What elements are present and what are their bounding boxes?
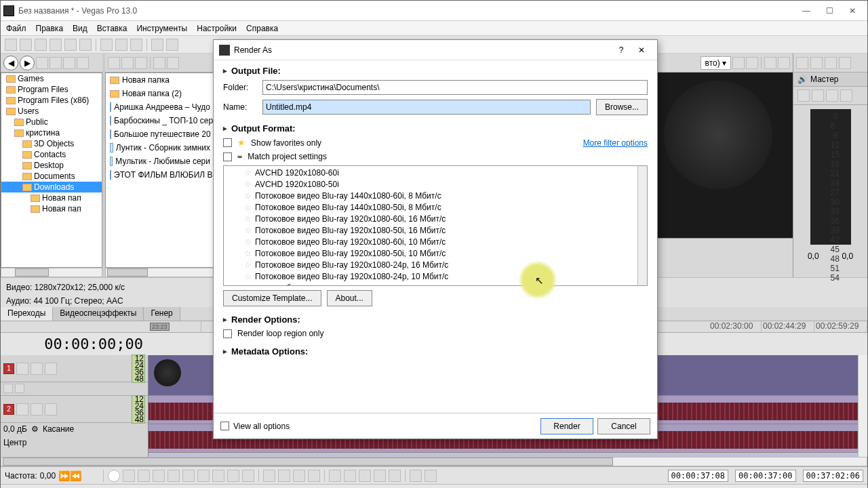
tree-item[interactable]: Documents (1, 171, 102, 182)
master-tool4-icon[interactable] (839, 57, 851, 69)
file-item[interactable]: ЭТОТ ФИЛЬМ ВЛЮБИЛ В (106, 168, 214, 182)
views-icon[interactable] (153, 57, 165, 69)
star-icon[interactable]: ☆ (244, 168, 252, 178)
menu-help[interactable]: Справка (246, 24, 278, 33)
minimize-button[interactable]: — (800, 4, 813, 18)
forward-button[interactable]: ▶ (20, 56, 35, 70)
star-icon[interactable]: ☆ (244, 180, 252, 190)
preview-quality[interactable]: вто) ▾ (701, 56, 731, 70)
file-item[interactable]: Барбоскины _ ТОП-10 сер (106, 114, 214, 127)
star-icon[interactable]: ☆ (244, 191, 252, 201)
record-button[interactable] (108, 470, 120, 482)
maximize-button[interactable]: ☐ (823, 4, 836, 18)
timecode-len[interactable]: 00:37:02:06 (803, 470, 863, 482)
master-tool3-icon[interactable] (825, 57, 837, 69)
project-timecode[interactable]: 00:00:00;00 (1, 333, 149, 355)
menu-view[interactable]: Вид (73, 24, 87, 33)
redo-icon[interactable] (166, 39, 178, 51)
section-metadata[interactable]: Metadata Options: (223, 346, 648, 357)
star-icon[interactable]: ☆ (244, 226, 252, 236)
help-button[interactable]: ? (611, 45, 631, 55)
gear-icon[interactable]: ⚙ (31, 424, 39, 435)
next-frame-button[interactable] (242, 470, 254, 482)
save-frame-icon[interactable] (778, 57, 790, 69)
snap-icon[interactable] (329, 470, 341, 482)
view-all-checkbox[interactable] (220, 422, 229, 430)
tool-normal-icon[interactable] (263, 470, 275, 482)
name-input[interactable] (262, 100, 591, 115)
about-template-button[interactable]: About... (327, 290, 372, 306)
section-output-format[interactable]: Output Format: (223, 123, 648, 134)
newfolder-icon[interactable] (77, 57, 89, 69)
tab-videofx[interactable]: Видеоспецэффекты (53, 307, 144, 321)
play-icon[interactable] (108, 57, 120, 69)
tree-item[interactable]: Program Files (1, 84, 102, 95)
track-motion-icon[interactable] (3, 384, 13, 393)
info-icon[interactable] (167, 57, 179, 69)
close-button[interactable]: ✕ (846, 4, 859, 18)
track-number[interactable]: 2 (3, 404, 14, 415)
stop-icon[interactable] (121, 57, 134, 69)
tab-generators[interactable]: Генер (144, 307, 180, 321)
tree-item[interactable]: Downloads (1, 182, 102, 192)
file-item[interactable]: Новая папка (2) (106, 87, 214, 100)
section-output-file[interactable]: Output File: (223, 66, 648, 76)
star-icon[interactable]: ☆ (244, 260, 252, 270)
section-render-options[interactable]: Render Options: (223, 314, 648, 325)
file-item[interactable]: Новая папка (106, 73, 214, 87)
match-project-checkbox[interactable] (223, 152, 232, 161)
properties-icon[interactable] (64, 39, 77, 51)
more-filter-link[interactable]: More filter options (583, 138, 648, 148)
timeline-vscroll[interactable] (858, 355, 867, 457)
tree-hscroll[interactable] (1, 268, 102, 277)
tree-item[interactable]: Games (1, 73, 102, 84)
render-loop-checkbox[interactable] (223, 329, 232, 338)
master-fx-icon[interactable] (797, 89, 810, 102)
template-list[interactable]: ☆AVCHD 1920x1080-60i☆AVCHD 1920x1080-50i… (223, 165, 648, 286)
star-icon[interactable]: ☆ (244, 203, 252, 213)
master-solo-icon[interactable] (826, 89, 838, 102)
autosnap-icon[interactable] (374, 470, 386, 482)
master-mute-icon[interactable] (812, 89, 824, 102)
track-solo-icon[interactable] (45, 363, 57, 375)
tool-select-icon[interactable] (293, 470, 305, 482)
file-item[interactable]: Аришка Андреева – Чудо (106, 100, 214, 114)
pause-button[interactable] (167, 470, 180, 482)
menu-tools[interactable]: Инструменты (136, 24, 187, 33)
dialog-titlebar[interactable]: Render As ? ✕ (214, 40, 657, 60)
undo-icon[interactable] (151, 39, 163, 51)
star-icon[interactable]: ☆ (244, 249, 252, 259)
timeline-hscroll[interactable] (1, 457, 867, 466)
file-item[interactable]: Большое путешествие 20 (106, 127, 214, 141)
tab-transitions[interactable]: Переходы (1, 307, 53, 321)
star-icon[interactable]: ☆ (244, 237, 252, 247)
cut-icon[interactable] (100, 39, 113, 51)
track-pan[interactable]: Центр (3, 438, 26, 447)
file-item[interactable]: Лунтик - Сборник зимних (106, 141, 214, 155)
copy-frame-icon[interactable] (764, 57, 776, 69)
folder-combo[interactable] (262, 80, 648, 95)
template-item[interactable]: ☆AVCHD 1920x1080-60i (224, 167, 637, 179)
customize-template-button[interactable]: Customize Template... (223, 290, 321, 306)
menu-insert[interactable]: Вставка (97, 24, 127, 33)
timecode-sel[interactable]: 00:00:37:00 (735, 470, 795, 482)
stop-button[interactable] (182, 470, 195, 482)
refresh-icon[interactable] (50, 57, 62, 69)
star-icon[interactable]: ☆ (244, 214, 252, 224)
template-item[interactable]: =★какое тебе надо то и напиши (224, 283, 637, 285)
template-item[interactable]: ☆AVCHD 1920x1080-50i (224, 179, 637, 190)
lock-icon[interactable] (389, 470, 401, 482)
master-tool1-icon[interactable] (796, 57, 808, 69)
track-automation[interactable]: Касание (43, 424, 74, 435)
region-icon[interactable] (425, 470, 437, 482)
master-tool2-icon[interactable] (810, 57, 823, 69)
menu-options[interactable]: Настройки (197, 24, 237, 33)
tree-item[interactable]: 3D Objects (1, 138, 102, 149)
open-icon[interactable] (20, 39, 32, 51)
tool-icon[interactable] (79, 39, 92, 51)
prev-frame-button[interactable] (227, 470, 239, 482)
menu-edit[interactable]: Правка (36, 24, 64, 33)
file-list[interactable]: Новая папкаНовая папка (2)Аришка Андреев… (105, 73, 215, 268)
tree-item[interactable]: Contacts (1, 149, 102, 160)
marker-icon[interactable] (410, 470, 422, 482)
